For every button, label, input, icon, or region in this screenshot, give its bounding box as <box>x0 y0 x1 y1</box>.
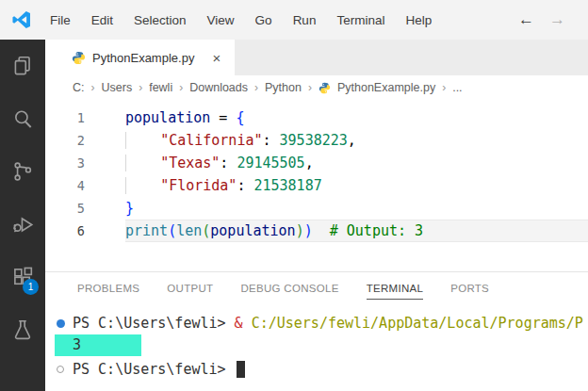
code-line[interactable]: 5} <box>45 197 588 220</box>
tab-strip: PythonExample.py × <box>45 40 588 75</box>
code-content: "Florida": 21538187 <box>125 174 588 197</box>
panel-tab-terminal[interactable]: TERMINAL <box>367 277 424 300</box>
forward-arrow-icon[interactable]: → <box>549 10 565 29</box>
python-file-icon <box>318 82 331 94</box>
terminal-selection-highlight <box>55 334 141 356</box>
line-number: 3 <box>45 152 125 174</box>
breadcrumb-item[interactable]: fewli <box>149 81 172 94</box>
breadcrumb-item[interactable]: Python <box>265 81 302 94</box>
terminal-line: 3 <box>73 334 588 356</box>
python-file-icon <box>72 51 86 65</box>
line-number: 4 <box>45 174 125 197</box>
panel-tab-problems[interactable]: PROBLEMS <box>77 277 139 299</box>
history-nav: ← → <box>518 10 565 29</box>
breadcrumb-separator: › <box>91 81 95 94</box>
menu-item-edit[interactable]: Edit <box>81 8 123 32</box>
extensions-badge: 1 <box>23 279 39 295</box>
menu-item-go[interactable]: Go <box>245 8 283 32</box>
run-and-debug-icon[interactable] <box>0 198 45 251</box>
menu-item-view[interactable]: View <box>197 8 245 32</box>
extensions-icon[interactable]: 1 <box>0 251 45 303</box>
panel-tab-ports[interactable]: PORTS <box>450 277 489 299</box>
code-line[interactable]: 2 "California": 39538223, <box>45 129 588 152</box>
code-editor[interactable]: 1population = {2 "California": 39538223,… <box>45 100 588 271</box>
breadcrumb-item[interactable]: ... <box>452 81 462 94</box>
testing-icon[interactable] <box>0 303 45 356</box>
breadcrumb-item[interactable]: Users <box>102 81 133 94</box>
panel-tab-bar: PROBLEMSOUTPUTDEBUG CONSOLETERMINALPORTS <box>45 272 588 303</box>
explorer-icon[interactable] <box>0 40 45 92</box>
breadcrumb-item[interactable]: Downloads <box>189 81 248 94</box>
breadcrumb-item[interactable]: C: <box>73 81 85 94</box>
code-line[interactable]: 4 "Florida": 21538187 <box>45 174 588 197</box>
source-control-icon[interactable] <box>0 145 45 198</box>
line-number: 2 <box>45 129 125 152</box>
terminal[interactable]: PS C:\Users\fewli> & C:/Users/fewli/AppD… <box>45 313 588 381</box>
activity-bar: 1 <box>0 40 45 391</box>
code-content: print(len(population)) # Output: 3 <box>125 220 588 242</box>
menu-item-selection[interactable]: Selection <box>123 8 197 32</box>
code-content: "Texas": 29145505, <box>125 152 588 174</box>
panel-tab-output[interactable]: OUTPUT <box>167 277 213 299</box>
tab-pythonexample[interactable]: PythonExample.py × <box>45 40 235 75</box>
code-content: population = { <box>125 106 588 129</box>
vscode-logo <box>11 9 32 30</box>
menu-item-run[interactable]: Run <box>283 8 327 32</box>
breadcrumb-separator: › <box>308 81 312 94</box>
breadcrumb: C:›Users›fewli›Downloads›Python› PythonE… <box>45 75 588 100</box>
menu-bar: FileEditSelectionViewGoRunTerminalHelp <box>40 8 442 32</box>
command-decoration-icon[interactable] <box>57 366 64 373</box>
breadcrumb-separator: › <box>179 81 183 94</box>
panel-tab-debug-console[interactable]: DEBUG CONSOLE <box>240 277 338 299</box>
search-icon[interactable] <box>0 92 45 145</box>
tab-close-icon[interactable]: × <box>209 50 223 66</box>
breadcrumb-item[interactable]: PythonExample.py <box>337 81 435 94</box>
breadcrumb-separator: › <box>139 81 142 94</box>
title-bar: FileEditSelectionViewGoRunTerminalHelp ←… <box>0 0 588 40</box>
line-number: 5 <box>45 197 125 220</box>
back-arrow-icon[interactable]: ← <box>518 10 534 29</box>
code-line[interactable]: 6print(len(population)) # Output: 3 <box>45 220 588 242</box>
line-number: 1 <box>45 106 125 129</box>
menu-item-file[interactable]: File <box>40 8 81 32</box>
terminal-cursor <box>237 361 245 378</box>
code-content: } <box>125 197 588 220</box>
menu-item-help[interactable]: Help <box>395 8 442 32</box>
command-decoration-icon[interactable] <box>57 319 65 328</box>
line-number: 6 <box>45 220 125 242</box>
bottom-panel: PROBLEMSOUTPUTDEBUG CONSOLETERMINALPORTS… <box>45 271 588 391</box>
breadcrumb-separator: › <box>254 81 258 94</box>
code-line[interactable]: 3 "Texas": 29145505, <box>45 152 588 174</box>
tab-label: PythonExample.py <box>92 51 194 65</box>
terminal-line: PS C:\Users\fewli> <box>73 359 588 381</box>
terminal-line: PS C:\Users\fewli> & C:/Users/fewli/AppD… <box>73 313 588 334</box>
breadcrumb-separator: › <box>442 81 446 94</box>
code-content: "California": 39538223, <box>125 129 588 152</box>
menu-item-terminal[interactable]: Terminal <box>326 8 395 32</box>
code-line[interactable]: 1population = { <box>45 106 588 129</box>
